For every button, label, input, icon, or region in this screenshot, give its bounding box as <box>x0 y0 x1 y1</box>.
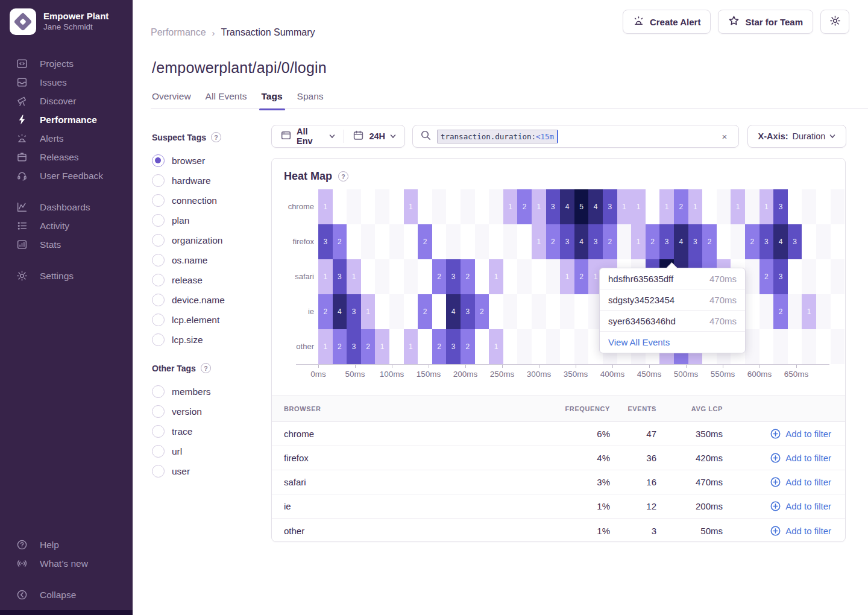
tag-radio-url[interactable]: url <box>152 441 260 461</box>
heatmap-cell[interactable]: 4 <box>674 224 688 259</box>
radio-icon[interactable] <box>152 385 165 398</box>
sidebar-item-what-s-new[interactable]: What’s new <box>0 554 133 573</box>
heatmap-cell[interactable]: 2 <box>517 189 532 224</box>
org-switcher[interactable]: Empower Plant Jane Schmidt <box>0 0 133 41</box>
clear-search-icon[interactable]: × <box>719 131 730 142</box>
heatmap-cell[interactable]: 1 <box>318 189 333 224</box>
heatmap-cell[interactable]: 4 <box>574 224 589 259</box>
radio-icon[interactable] <box>152 333 165 346</box>
create-alert-button[interactable]: Create Alert <box>623 10 711 34</box>
radio-icon[interactable] <box>152 254 165 266</box>
question-icon[interactable]: ? <box>338 171 348 181</box>
heatmap-cell[interactable]: 4 <box>773 224 788 259</box>
heatmap-cell[interactable]: 2 <box>760 259 774 294</box>
heatmap-cell[interactable]: 2 <box>773 294 788 329</box>
tag-radio-browser[interactable]: browser <box>152 151 260 171</box>
heatmap-cell[interactable]: 1 <box>489 259 503 294</box>
add-to-filter-link[interactable]: Add to filter <box>770 525 831 537</box>
heatmap-cell[interactable]: 2 <box>674 189 688 224</box>
heatmap-cell[interactable]: 2 <box>646 224 660 259</box>
tag-radio-plan[interactable]: plan <box>152 210 260 230</box>
heatmap-cell[interactable]: 2 <box>603 224 617 259</box>
heatmap-cell[interactable]: 1 <box>760 189 774 224</box>
heatmap-cell[interactable]: 2 <box>333 329 347 364</box>
add-to-filter-link[interactable]: Add to filter <box>770 500 831 512</box>
time-range-dropdown[interactable]: 24H <box>344 125 404 147</box>
heatmap-cell[interactable]: 5 <box>574 189 589 224</box>
sidebar-item-dashboards[interactable]: Dashboards <box>0 198 133 216</box>
heatmap-cell[interactable]: 3 <box>546 189 561 224</box>
heatmap-cell[interactable]: 3 <box>788 224 802 259</box>
heatmap-cell[interactable]: 3 <box>347 294 361 329</box>
heatmap-cell[interactable]: 1 <box>318 259 333 294</box>
heatmap-cell[interactable]: 2 <box>361 329 376 364</box>
heatmap-cell[interactable]: 1 <box>802 294 816 329</box>
sidebar-item-releases[interactable]: Releases <box>0 148 133 166</box>
sidebar-item-discover[interactable]: Discover <box>0 92 133 110</box>
heatmap-cell[interactable]: 4 <box>560 189 574 224</box>
heatmap-cell[interactable]: 1 <box>631 189 646 224</box>
heatmap-cell[interactable]: 1 <box>659 189 674 224</box>
heatmap-cell[interactable]: 2 <box>333 224 347 259</box>
tag-radio-device-name[interactable]: device.name <box>152 290 260 310</box>
add-to-filter-link[interactable]: Add to filter <box>770 452 831 464</box>
heatmap-cell[interactable]: 3 <box>588 224 603 259</box>
heatmap-cell[interactable]: 4 <box>446 294 461 329</box>
environment-dropdown[interactable]: All Env <box>272 125 344 147</box>
tooltip-event-row[interactable]: hdsfhr635635dff470ms <box>600 268 745 289</box>
sidebar-item-performance[interactable]: Performance <box>0 110 133 129</box>
heatmap-cell[interactable]: 2 <box>418 294 432 329</box>
radio-icon[interactable] <box>152 234 165 247</box>
heatmap-cell[interactable]: 2 <box>702 224 717 259</box>
heatmap-cell[interactable]: 3 <box>560 224 574 259</box>
heatmap-cell[interactable]: 3 <box>318 224 333 259</box>
radio-icon[interactable] <box>152 154 165 167</box>
tag-radio-version[interactable]: version <box>152 402 260 421</box>
sidebar-item-settings[interactable]: Settings <box>0 266 133 285</box>
radio-icon[interactable] <box>152 294 165 306</box>
heatmap-cell[interactable]: 1 <box>361 294 376 329</box>
heatmap-cell[interactable]: 2 <box>745 224 760 259</box>
add-to-filter-link[interactable]: Add to filter <box>770 476 831 488</box>
heatmap-cell[interactable]: 2 <box>318 294 333 329</box>
heatmap-cell[interactable]: 1 <box>503 189 518 224</box>
question-icon[interactable]: ? <box>211 132 221 142</box>
search-input[interactable]: transaction.duration:<15m × <box>412 125 739 148</box>
heatmap-cell[interactable]: 1 <box>347 259 361 294</box>
radio-icon[interactable] <box>152 425 165 438</box>
tag-radio-organization[interactable]: organization <box>152 230 260 250</box>
tooltip-event-row[interactable]: syer63456346hd470ms <box>600 311 745 332</box>
heatmap-cell[interactable]: 1 <box>318 329 333 364</box>
sidebar-item-help[interactable]: Help <box>0 535 133 554</box>
tag-radio-trace[interactable]: trace <box>152 421 260 441</box>
heatmap-cell[interactable]: 1 <box>489 329 503 364</box>
radio-icon[interactable] <box>152 174 165 187</box>
radio-icon[interactable] <box>152 274 165 286</box>
question-icon[interactable]: ? <box>201 363 211 373</box>
radio-icon[interactable] <box>152 465 165 478</box>
heatmap-cell[interactable]: 2 <box>574 259 589 294</box>
heatmap-cell[interactable]: 1 <box>532 189 546 224</box>
xaxis-dropdown[interactable]: X-Axis: Duration <box>747 125 846 148</box>
sidebar-item-issues[interactable]: Issues <box>0 73 133 92</box>
sidebar-item-user-feedback[interactable]: User Feedback <box>0 166 133 185</box>
sidebar-item-alerts[interactable]: Alerts <box>0 129 133 148</box>
sidebar-item-collapse[interactable]: Collapse <box>0 585 133 604</box>
heatmap-cell[interactable]: 1 <box>375 329 389 364</box>
heatmap-cell[interactable]: 3 <box>773 259 788 294</box>
radio-icon[interactable] <box>152 194 165 207</box>
radio-icon[interactable] <box>152 214 165 227</box>
sidebar-item-stats[interactable]: Stats <box>0 235 133 254</box>
sidebar-item-projects[interactable]: Projects <box>0 54 133 73</box>
heatmap-cell[interactable]: 3 <box>446 329 461 364</box>
heatmap-cell[interactable]: 1 <box>688 189 703 224</box>
breadcrumb-performance[interactable]: Performance <box>151 27 206 38</box>
heatmap-cell[interactable]: 3 <box>333 259 347 294</box>
radio-icon[interactable] <box>152 405 165 418</box>
heatmap-cell[interactable]: 2 <box>432 259 447 294</box>
heatmap-cell[interactable]: 2 <box>461 329 475 364</box>
tag-radio-user[interactable]: user <box>152 461 260 481</box>
tag-radio-lcp-element[interactable]: lcp.element <box>152 310 260 330</box>
tag-radio-lcp-size[interactable]: lcp.size <box>152 330 260 350</box>
heatmap-cell[interactable]: 3 <box>688 224 703 259</box>
